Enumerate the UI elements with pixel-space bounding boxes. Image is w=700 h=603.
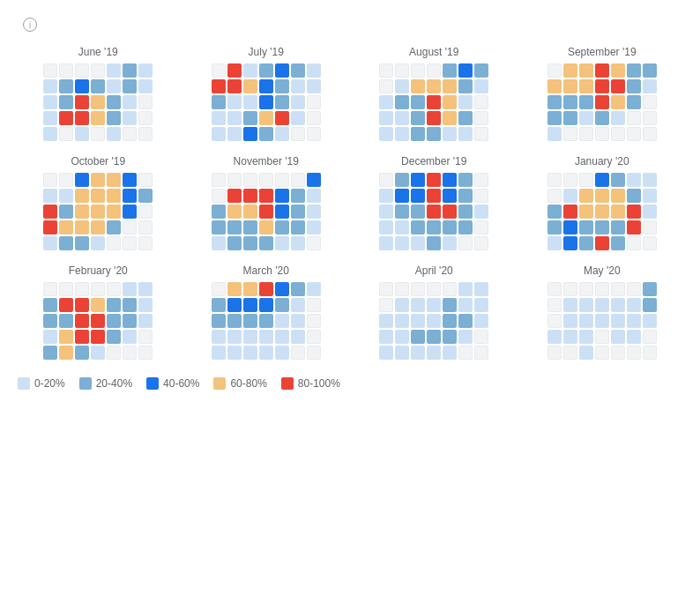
calendar-cell bbox=[595, 95, 609, 109]
calendar-cell bbox=[611, 79, 625, 93]
calendar-cell bbox=[307, 173, 321, 187]
calendar-cell bbox=[291, 63, 305, 78]
calendar-cell bbox=[212, 111, 226, 125]
calendar-cell bbox=[107, 314, 121, 328]
calendar-cell bbox=[307, 236, 321, 250]
calendar-cell bbox=[259, 346, 273, 360]
calendar-cell bbox=[595, 79, 609, 93]
calendar-cell bbox=[91, 189, 105, 203]
calendar-cell bbox=[123, 173, 137, 187]
calendar-cell bbox=[595, 205, 609, 219]
calendar-cell bbox=[59, 298, 73, 312]
calendar-cell bbox=[395, 220, 409, 234]
calendar-cell bbox=[212, 79, 226, 93]
calendar-cell bbox=[138, 95, 153, 109]
calendar-cell bbox=[291, 127, 305, 141]
calendar-cell bbox=[75, 189, 89, 203]
calendar-cell bbox=[43, 220, 57, 234]
calendar-cell bbox=[75, 173, 89, 187]
calendar-cell bbox=[458, 111, 473, 125]
calendar-cell bbox=[379, 79, 393, 93]
month-block: June '19 bbox=[18, 46, 179, 141]
calendar-cell bbox=[458, 173, 473, 187]
calendar-cell bbox=[563, 173, 577, 187]
calendar-cell bbox=[275, 346, 289, 360]
calendar-cell bbox=[563, 314, 577, 328]
calendar-cell bbox=[395, 236, 409, 250]
calendar-cell bbox=[474, 330, 488, 344]
calendar-cell bbox=[259, 282, 273, 296]
calendar-cell bbox=[259, 298, 273, 312]
calendar-cell bbox=[427, 63, 441, 78]
calendar-cell bbox=[59, 63, 73, 78]
calendar-cell bbox=[91, 346, 105, 360]
calendar-cell bbox=[643, 79, 657, 93]
calendar-cell bbox=[107, 111, 121, 125]
calendar-cell bbox=[291, 95, 305, 109]
calendar-cell bbox=[227, 111, 242, 125]
calendar-cell bbox=[243, 314, 257, 328]
calendar-cell bbox=[427, 189, 441, 203]
calendar-cell bbox=[243, 189, 257, 203]
calendar-cell bbox=[458, 314, 473, 328]
calendar-cell bbox=[43, 346, 57, 360]
calendar-cell bbox=[43, 330, 57, 344]
calendar-cell bbox=[75, 330, 89, 344]
calendar-grid bbox=[379, 173, 488, 250]
calendar-cell bbox=[627, 127, 641, 141]
calendar-cell bbox=[379, 95, 393, 109]
calendar-cell bbox=[227, 205, 242, 219]
calendar-cell bbox=[307, 127, 321, 141]
calendar-cell bbox=[411, 173, 425, 187]
calendar-cell bbox=[474, 63, 488, 78]
calendar-cell bbox=[547, 79, 562, 93]
calendar-cell bbox=[91, 298, 105, 312]
calendar-cell bbox=[458, 298, 473, 312]
calendar-cell bbox=[91, 314, 105, 328]
calendar-cell bbox=[474, 205, 488, 219]
calendar-cell bbox=[395, 127, 409, 141]
calendar-cell bbox=[212, 298, 226, 312]
calendar-grid bbox=[547, 282, 657, 360]
calendar-cell bbox=[458, 346, 473, 360]
calendar-cell bbox=[227, 346, 242, 360]
info-icon[interactable]: i bbox=[23, 18, 37, 32]
calendar-cell bbox=[563, 220, 577, 234]
calendar-cell bbox=[627, 111, 641, 125]
calendar-cell bbox=[75, 79, 89, 93]
page-header: i bbox=[18, 18, 682, 32]
calendar-cell bbox=[443, 298, 457, 312]
calendar-cell bbox=[579, 205, 593, 219]
calendar-cell bbox=[563, 346, 577, 360]
calendar-cell bbox=[395, 173, 409, 187]
month-label: November '19 bbox=[234, 155, 299, 168]
calendar-cell bbox=[595, 298, 609, 312]
calendar-cell bbox=[547, 236, 562, 250]
calendar-cell bbox=[547, 314, 562, 328]
calendar-cell bbox=[411, 95, 425, 109]
calendar-cell bbox=[458, 205, 473, 219]
calendar-cell bbox=[579, 236, 593, 250]
calendar-cell bbox=[59, 95, 73, 109]
calendar-cell bbox=[579, 79, 593, 93]
calendar-cell bbox=[43, 173, 57, 187]
calendar-cell bbox=[307, 79, 321, 93]
calendar-cell bbox=[291, 205, 305, 219]
calendar-cell bbox=[595, 314, 609, 328]
calendar-cell bbox=[75, 205, 89, 219]
calendar-cell bbox=[138, 189, 153, 203]
calendar-cell bbox=[443, 189, 457, 203]
calendar-cell bbox=[627, 205, 641, 219]
calendar-cell bbox=[291, 79, 305, 93]
calendar-cell bbox=[643, 127, 657, 141]
calendar-cell bbox=[275, 189, 289, 203]
calendar-cell bbox=[307, 330, 321, 344]
calendar-cell bbox=[123, 189, 137, 203]
calendar-cell bbox=[123, 330, 137, 344]
calendar-cell bbox=[59, 330, 73, 344]
calendar-cell bbox=[291, 220, 305, 234]
calendar-cell bbox=[411, 111, 425, 125]
calendar-cell bbox=[427, 127, 441, 141]
month-label: March '20 bbox=[243, 264, 289, 277]
calendar-cell bbox=[227, 127, 242, 141]
